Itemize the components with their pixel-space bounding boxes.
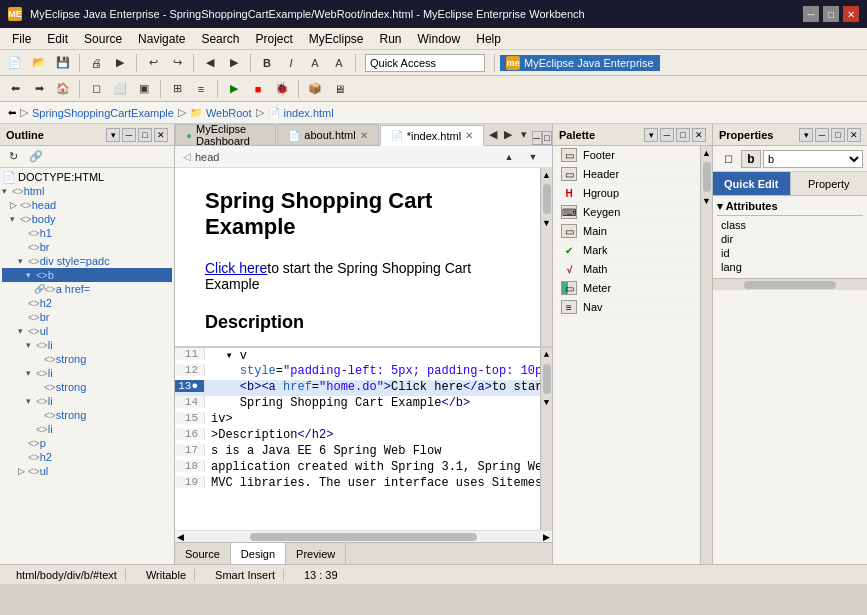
hscroll-right-arrow[interactable]: ▶ — [541, 532, 552, 542]
tree-item-div[interactable]: ▾ <> div style=padc — [2, 254, 172, 268]
print-button[interactable]: 🖨 — [85, 52, 107, 74]
breadcrumb-project[interactable]: SpringShoppingCartExample — [32, 107, 174, 119]
palette-vscroll[interactable]: ▲ ▼ — [700, 146, 712, 564]
tb2-deploy[interactable]: 📦 — [304, 78, 326, 100]
menu-window[interactable]: Window — [410, 30, 469, 48]
tree-item-a[interactable]: 🔗 <> a href= — [2, 282, 172, 296]
myeclipse-toolbar-btn[interactable]: me MyEclipse Java Enterprise — [500, 55, 660, 71]
tb2-btn2[interactable]: ◻ — [85, 78, 107, 100]
outline-refresh[interactable]: ↻ — [2, 146, 24, 168]
palette-vscroll-down[interactable]: ▼ — [700, 194, 712, 208]
tree-item-li2[interactable]: ▾ <> li — [2, 366, 172, 380]
run-button[interactable]: ▶ — [109, 52, 131, 74]
palette-menu-btn[interactable]: ▾ — [644, 128, 658, 142]
tree-item-br1[interactable]: <> br — [2, 240, 172, 254]
palette-item-keygen[interactable]: ⌨ Keygen — [553, 203, 700, 222]
palette-item-hgroup[interactable]: H Hgroup — [553, 184, 700, 203]
outline-min-btn[interactable]: ─ — [122, 128, 136, 142]
tree-item-h2a[interactable]: <> h2 — [2, 296, 172, 310]
tree-item-strong3[interactable]: <> strong — [2, 408, 172, 422]
props-max-btn[interactable]: □ — [831, 128, 845, 142]
editor-scroll-left[interactable]: ◀ — [485, 124, 501, 145]
code-vscroll[interactable]: ▲ ▼ — [540, 348, 552, 530]
menu-navigate[interactable]: Navigate — [130, 30, 193, 48]
hscroll-thumb[interactable] — [250, 533, 476, 541]
breadcrumb-file[interactable]: index.html — [284, 107, 334, 119]
tree-item-b[interactable]: ▾ <> b — [2, 268, 172, 282]
tb2-grid[interactable]: ⊞ — [166, 78, 188, 100]
tb2-stop[interactable]: ■ — [247, 78, 269, 100]
tb2-play[interactable]: ▶ — [223, 78, 245, 100]
tb2-list[interactable]: ≡ — [190, 78, 212, 100]
new-button[interactable]: 📄 — [4, 52, 26, 74]
outline-close-btn[interactable]: ✕ — [154, 128, 168, 142]
palette-min-btn[interactable]: ─ — [660, 128, 674, 142]
tree-item-h2b[interactable]: <> h2 — [2, 450, 172, 464]
maximize-button[interactable]: □ — [823, 6, 839, 22]
save-button[interactable]: 💾 — [52, 52, 74, 74]
scroll-up-btn[interactable]: ▲ — [498, 146, 520, 168]
menu-search[interactable]: Search — [193, 30, 247, 48]
attr-row-lang[interactable]: lang — [717, 260, 863, 274]
preview-link[interactable]: Click here — [205, 260, 267, 276]
forward-button[interactable]: ▶ — [223, 52, 245, 74]
palette-item-mark[interactable]: ✔ Mark — [553, 241, 700, 260]
tree-item-li4[interactable]: <> li — [2, 422, 172, 436]
back-button[interactable]: ◀ — [199, 52, 221, 74]
tree-item-h1[interactable]: <> h1 — [2, 226, 172, 240]
tree-item-strong1[interactable]: <> strong — [2, 352, 172, 366]
tab-about[interactable]: 📄 about.html ✕ — [277, 124, 378, 145]
tb2-debug[interactable]: 🐞 — [271, 78, 293, 100]
code-vscroll-thumb[interactable] — [543, 364, 551, 394]
tree-item-html[interactable]: ▾ <> html — [2, 184, 172, 198]
menu-help[interactable]: Help — [468, 30, 509, 48]
breadcrumb-webroot[interactable]: WebRoot — [206, 107, 252, 119]
props-tb-btn1[interactable]: ◻ — [717, 148, 739, 170]
font-a2-button[interactable]: A — [328, 52, 350, 74]
outline-link[interactable]: 🔗 — [25, 146, 47, 168]
outline-menu-btn[interactable]: ▾ — [106, 128, 120, 142]
palette-close-btn[interactable]: ✕ — [692, 128, 706, 142]
attr-row-dir[interactable]: dir — [717, 232, 863, 246]
palette-max-btn[interactable]: □ — [676, 128, 690, 142]
italic-button[interactable]: I — [280, 52, 302, 74]
scroll-down-btn[interactable]: ▼ — [522, 146, 544, 168]
palette-item-math[interactable]: √ Math — [553, 260, 700, 279]
palette-item-nav[interactable]: ≡ Nav — [553, 298, 700, 317]
attr-row-id[interactable]: id — [717, 246, 863, 260]
about-close-icon[interactable]: ✕ — [360, 130, 368, 141]
breadcrumb-home-icon[interactable]: ⬅ — [8, 107, 16, 118]
index-close-icon[interactable]: ✕ — [465, 130, 473, 141]
tb2-back[interactable]: ⬅ — [4, 78, 26, 100]
tb2-fwd[interactable]: ➡ — [28, 78, 50, 100]
props-close-btn[interactable]: ✕ — [847, 128, 861, 142]
tree-item-li3[interactable]: ▾ <> li — [2, 394, 172, 408]
props-header-controls[interactable]: ▾ ─ □ ✕ — [799, 128, 861, 142]
tree-item-ul2[interactable]: ▷ <> ul — [2, 464, 172, 478]
tb2-btn3[interactable]: ⬜ — [109, 78, 131, 100]
palette-header-controls[interactable]: ▾ ─ □ ✕ — [644, 128, 706, 142]
quick-edit-tab[interactable]: Quick Edit — [713, 172, 790, 195]
tree-item-body[interactable]: ▾ <> body — [2, 212, 172, 226]
tb2-server[interactable]: 🖥 — [328, 78, 350, 100]
tree-item-doctype[interactable]: 📄 DOCTYPE:HTML — [2, 170, 172, 184]
bold-button[interactable]: B — [256, 52, 278, 74]
tree-item-li1[interactable]: ▾ <> li — [2, 338, 172, 352]
editor-max-btn[interactable]: □ — [542, 131, 552, 145]
attr-row-class[interactable]: class — [717, 218, 863, 232]
tab-index[interactable]: 📄 *index.html ✕ — [380, 125, 484, 146]
editor-nav-controls[interactable]: ▲ ▼ — [498, 146, 544, 168]
code-pane[interactable]: 11 ▾ v 12 style="padding-left: 5px; padd… — [175, 348, 552, 530]
menu-run[interactable]: Run — [372, 30, 410, 48]
tree-item-p[interactable]: <> p — [2, 436, 172, 450]
tb2-btn4[interactable]: ▣ — [133, 78, 155, 100]
props-hscroll[interactable] — [713, 278, 867, 290]
palette-item-main[interactable]: ▭ Main — [553, 222, 700, 241]
minimize-button[interactable]: ─ — [803, 6, 819, 22]
quick-access-box[interactable]: Quick Access — [365, 54, 485, 72]
tab-design[interactable]: Design — [231, 543, 286, 564]
palette-item-meter[interactable]: ▭ Meter — [553, 279, 700, 298]
code-vscroll-up[interactable]: ▲ — [542, 348, 551, 362]
vscroll-up-arrow[interactable]: ▲ — [540, 168, 552, 182]
outline-header-controls[interactable]: ▾ ─ □ ✕ — [106, 128, 168, 142]
